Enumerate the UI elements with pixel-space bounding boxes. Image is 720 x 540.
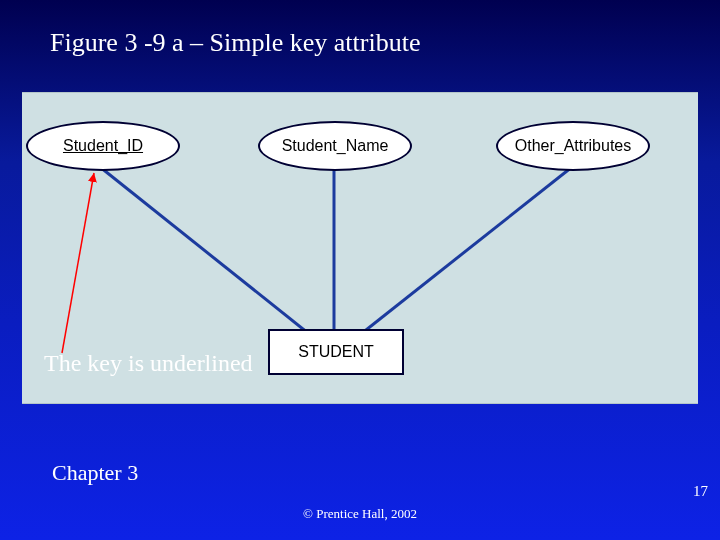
entity-label: STUDENT xyxy=(298,343,374,361)
copyright: © Prentice Hall, 2002 xyxy=(0,506,720,522)
attribute-other: Other_Attributes xyxy=(496,121,650,171)
figure-title: Figure 3 -9 a – Simple key attribute xyxy=(50,28,420,58)
attribute-student-id: Student_ID xyxy=(26,121,180,171)
attribute-label: Other_Attributes xyxy=(515,137,632,155)
entity-student: STUDENT xyxy=(268,329,404,375)
svg-line-0 xyxy=(100,167,328,349)
svg-line-2 xyxy=(342,167,572,349)
key-annotation: The key is underlined xyxy=(44,350,253,377)
slide: Figure 3 -9 a – Simple key attribute Stu… xyxy=(0,0,720,540)
attribute-label: Student_Name xyxy=(282,137,389,155)
attribute-label: Student_ID xyxy=(63,137,143,155)
svg-line-3 xyxy=(62,173,94,353)
attribute-student-name: Student_Name xyxy=(258,121,412,171)
page-number: 17 xyxy=(693,483,708,500)
chapter-label: Chapter 3 xyxy=(52,460,138,486)
